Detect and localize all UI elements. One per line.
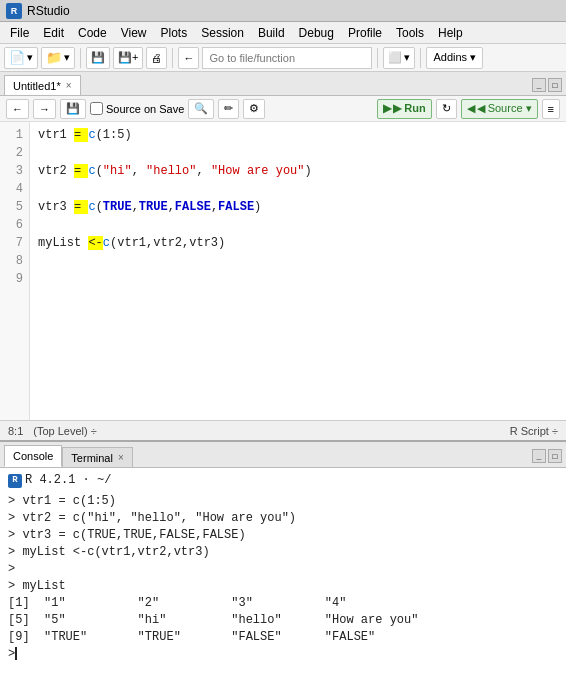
- code-editor[interactable]: vtr1 = c(1:5) vtr2 = c("hi", "hello", "H…: [30, 122, 566, 420]
- forward-nav-button[interactable]: →: [33, 99, 56, 119]
- app-icon: R: [6, 3, 22, 19]
- code-line-7: myList <-c(vtr1,vtr2,vtr3): [38, 234, 558, 252]
- save-all-icon: 💾+: [118, 51, 138, 64]
- console-minimize-button[interactable]: _: [532, 449, 546, 463]
- console-tab-bar: Console Terminal × _ □: [0, 442, 566, 468]
- back-button[interactable]: ←: [178, 47, 199, 69]
- menu-view[interactable]: View: [115, 24, 153, 42]
- editor-tab-label: Untitled1*: [13, 80, 61, 92]
- format-button[interactable]: ✏: [218, 99, 239, 119]
- source-icon: ◀: [467, 102, 475, 115]
- toolbar-separator-1: [80, 48, 81, 68]
- addins-button[interactable]: Addins ▾: [426, 47, 483, 69]
- menu-plots[interactable]: Plots: [155, 24, 194, 42]
- source-label: ◀ Source ▾: [477, 102, 532, 115]
- title-bar: R RStudio: [0, 0, 566, 22]
- save-icon: 💾: [91, 51, 105, 64]
- back-nav-button[interactable]: ←: [6, 99, 29, 119]
- menu-file[interactable]: File: [4, 24, 35, 42]
- line-num-5: 5: [0, 198, 29, 216]
- run-icon: ▶: [383, 102, 391, 115]
- line-num-9: 9: [0, 270, 29, 288]
- console-line-6: > myList: [8, 578, 558, 595]
- editor-maximize-button[interactable]: □: [548, 78, 562, 92]
- print-button[interactable]: 🖨: [146, 47, 167, 69]
- code-line-3: vtr2 = c("hi", "hello", "How are you"): [38, 162, 558, 180]
- console-line-5: >: [8, 561, 558, 578]
- line-num-6: 6: [0, 216, 29, 234]
- console-output[interactable]: R R 4.2.1 · ~/ > vtr1 = c(1:5) > vtr2 = …: [0, 468, 566, 678]
- cursor-position: 8:1: [8, 425, 23, 437]
- code-line-5: vtr3 = c(TRUE,TRUE,FALSE,FALSE): [38, 198, 558, 216]
- run-label: ▶ Run: [393, 102, 425, 115]
- menu-tools[interactable]: Tools: [390, 24, 430, 42]
- dropdown-arrow-new: ▾: [27, 51, 33, 64]
- line-num-3: 3: [0, 162, 29, 180]
- console-pane: Console Terminal × _ □ R R 4.2.1 · ~/ > …: [0, 442, 566, 678]
- menu-debug[interactable]: Debug: [293, 24, 340, 42]
- console-line-4: > myList <-c(vtr1,vtr2,vtr3): [8, 544, 558, 561]
- r-version-text: R 4.2.1 · ~/: [25, 472, 111, 489]
- save-editor-button[interactable]: 💾: [60, 99, 86, 119]
- cursor: [15, 647, 17, 660]
- save-all-button[interactable]: 💾+: [113, 47, 143, 69]
- menu-build[interactable]: Build: [252, 24, 291, 42]
- console-maximize-button[interactable]: □: [548, 449, 562, 463]
- code-area: 1 2 3 4 5 6 7 8 9 vtr1 = c(1:5) vtr2 = c…: [0, 122, 566, 420]
- console-output-1: [1] "1" "2" "3" "4": [8, 595, 558, 612]
- open-icon: 📁: [46, 50, 62, 65]
- back-icon: ←: [183, 52, 194, 64]
- menu-profile[interactable]: Profile: [342, 24, 388, 42]
- console-window-buttons: _ □: [532, 449, 562, 467]
- console-tab-label: Console: [13, 450, 53, 462]
- line-num-1: 1: [0, 126, 29, 144]
- console-line-3: > vtr3 = c(TRUE,TRUE,FALSE,FALSE): [8, 527, 558, 544]
- source-on-save-checkbox[interactable]: [90, 102, 103, 115]
- line-num-8: 8: [0, 252, 29, 270]
- console-output-2: [5] "5" "hi" "hello" "How are you": [8, 612, 558, 629]
- dropdown-arrow-layout: ▾: [404, 51, 410, 64]
- open-file-button[interactable]: 📁 ▾: [41, 47, 75, 69]
- rerun-button[interactable]: ↻: [436, 99, 457, 119]
- editor-tab-close[interactable]: ×: [66, 80, 72, 91]
- terminal-tab-close[interactable]: ×: [118, 452, 124, 463]
- menu-help[interactable]: Help: [432, 24, 469, 42]
- console-line-2: > vtr2 = c("hi", "hello", "How are you"): [8, 510, 558, 527]
- r-icon: R: [8, 474, 22, 488]
- toolbar-separator-2: [172, 48, 173, 68]
- console-prompt-final[interactable]: >: [8, 646, 558, 663]
- save-button[interactable]: 💾: [86, 47, 110, 69]
- menu-code[interactable]: Code: [72, 24, 113, 42]
- editor-toolbar: ← → 💾 Source on Save 🔍 ✏ ⚙ ▶ ▶ Run ↻ ◀ ◀…: [0, 96, 566, 122]
- layout-icon: ⬜: [388, 51, 402, 64]
- tools-editor-button[interactable]: ⚙: [243, 99, 265, 119]
- editor-status-bar: 8:1 (Top Level) ÷ R Script ÷: [0, 420, 566, 440]
- editor-window-buttons: _ □: [532, 78, 562, 95]
- new-file-button[interactable]: 📄 ▾: [4, 47, 38, 69]
- line-num-2: 2: [0, 144, 29, 162]
- console-tab-console[interactable]: Console: [4, 445, 62, 467]
- menu-session[interactable]: Session: [195, 24, 250, 42]
- search-editor-button[interactable]: 🔍: [188, 99, 214, 119]
- console-tab-terminal[interactable]: Terminal ×: [62, 447, 132, 467]
- editor-minimize-button[interactable]: _: [532, 78, 546, 92]
- editor-tab-untitled1[interactable]: Untitled1* ×: [4, 75, 81, 95]
- code-line-2: [38, 144, 558, 162]
- main-toolbar: 📄 ▾ 📁 ▾ 💾 💾+ 🖨 ← ⬜ ▾ Addins ▾: [0, 44, 566, 72]
- go-to-file-input[interactable]: [202, 47, 372, 69]
- source-on-save-label: Source on Save: [90, 102, 184, 115]
- run-button[interactable]: ▶ ▶ Run: [377, 99, 431, 119]
- line-num-7: 7: [0, 234, 29, 252]
- line-num-4: 4: [0, 180, 29, 198]
- source-button[interactable]: ◀ ◀ Source ▾: [461, 99, 538, 119]
- editor-tab-bar: Untitled1* × _ □: [0, 72, 566, 96]
- layout-button[interactable]: ⬜ ▾: [383, 47, 415, 69]
- code-line-9: [38, 270, 558, 288]
- editor-pane: Untitled1* × _ □ ← → 💾 Source on Save 🔍 …: [0, 72, 566, 442]
- r-version-line: R R 4.2.1 · ~/: [8, 472, 558, 489]
- editor-options-button[interactable]: ≡: [542, 99, 560, 119]
- line-numbers: 1 2 3 4 5 6 7 8 9: [0, 122, 30, 420]
- menu-edit[interactable]: Edit: [37, 24, 70, 42]
- code-line-4: [38, 180, 558, 198]
- console-output-3: [9] "TRUE" "TRUE" "FALSE" "FALSE": [8, 629, 558, 646]
